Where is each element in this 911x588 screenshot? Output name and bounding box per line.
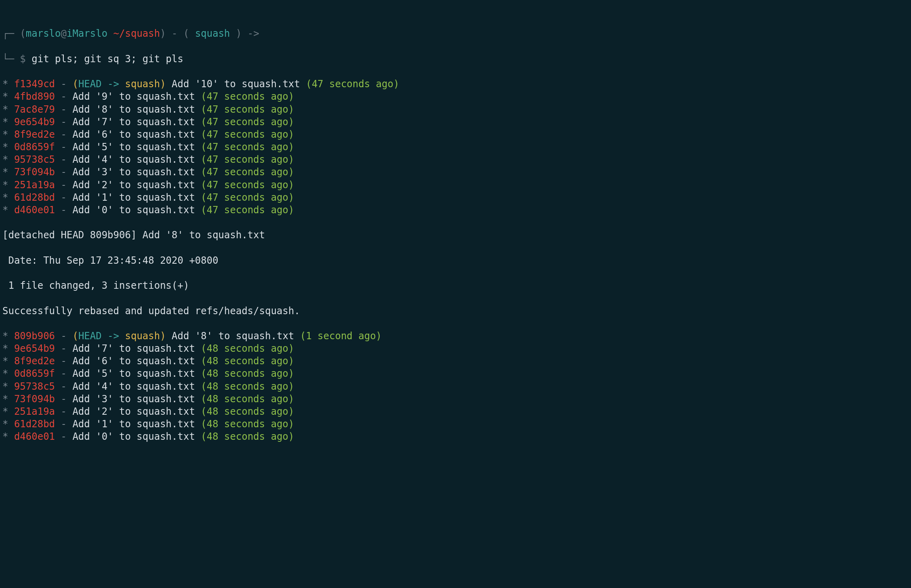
commit-row: * 251a19a - Add '2' to squash.txt (48 se… [2,405,909,418]
graph-node-icon: * [2,368,8,379]
commit-age: (47 seconds ago) [201,116,294,128]
commit-row: * 0d8659f - Add '5' to squash.txt (48 se… [2,368,909,380]
commit-row: * d460e01 - Add '0' to squash.txt (47 se… [2,204,909,216]
prompt-branch: squash [195,28,230,39]
graph-node-icon: * [2,418,8,430]
graph-node-icon: * [2,116,8,128]
commit-row: * 0d8659f - Add '5' to squash.txt (47 se… [2,141,909,153]
commit-message: Add '4' to squash.txt [72,154,195,165]
commit-hash: 95738c5 [14,381,55,392]
commit-message: Add '3' to squash.txt [72,166,195,178]
commit-hash: 8f9ed2e [14,355,55,367]
commit-row: * 9e654b9 - Add '7' to squash.txt (48 se… [2,342,909,355]
commit-age: (48 seconds ago) [201,418,294,430]
commit-age: (47 seconds ago) [201,129,294,140]
commit-hash: 95738c5 [14,154,55,165]
prompt-arrow-icon: -> [248,28,259,39]
commit-row: * 8f9ed2e - Add '6' to squash.txt (47 se… [2,128,909,141]
commit-hash: 9e654b9 [14,116,55,128]
commit-hash: 73f094b [14,166,55,178]
commit-message: Add '9' to squash.txt [72,91,195,102]
commit-message: Add '7' to squash.txt [72,343,195,354]
commit-age: (48 seconds ago) [201,393,294,405]
commit-hash: 9e654b9 [14,343,55,354]
graph-node-icon: * [2,431,8,442]
graph-node-icon: * [2,204,8,216]
commit-age: (47 seconds ago) [201,204,294,216]
commit-age: (48 seconds ago) [201,343,294,354]
graph-node-icon: * [2,141,8,153]
commit-row: * f1349cd - (HEAD -> squash) Add '10' to… [2,78,909,90]
graph-node-icon: * [2,129,8,140]
prompt-corner-icon: ┌─ [2,28,14,39]
commit-age: (47 seconds ago) [201,166,294,178]
commit-row: * 95738c5 - Add '4' to squash.txt (47 se… [2,153,909,166]
commit-hash: 4fbd890 [14,91,55,102]
commit-message: Add '0' to squash.txt [72,431,195,442]
detached-head-line: [detached HEAD 809b906] Add '8' to squas… [2,229,909,242]
commit-hash: 0d8659f [14,141,55,153]
graph-node-icon: * [2,78,8,90]
commit-hash: 8f9ed2e [14,129,55,140]
graph-node-icon: * [2,104,8,115]
commit-message: Add '0' to squash.txt [72,204,195,216]
commit-row: * 95738c5 - Add '4' to squash.txt (48 se… [2,380,909,393]
commit-age: (48 seconds ago) [201,406,294,417]
ref-decoration: ( [72,78,78,90]
commit-hash: 0d8659f [14,368,55,379]
commit-age: (48 seconds ago) [201,368,294,379]
graph-node-icon: * [2,406,8,417]
prompt-cwd: ~/squash [113,28,160,39]
head-arrow-icon: -> [107,78,119,90]
commit-message: Add '7' to squash.txt [72,116,195,128]
commit-message: Add '6' to squash.txt [72,355,195,367]
prompt-corner2-icon: └─ [2,53,14,65]
commit-row: * 251a19a - Add '2' to squash.txt (47 se… [2,179,909,191]
commit-age: (47 seconds ago) [201,104,294,115]
commit-age: (47 seconds ago) [201,192,294,203]
commit-row: * 8f9ed2e - Add '6' to squash.txt (48 se… [2,355,909,368]
command-input[interactable]: git pls; git sq 3; git pls [31,53,183,65]
commit-row: * 9e654b9 - Add '7' to squash.txt (47 se… [2,116,909,128]
commit-row: * 61d28bd - Add '1' to squash.txt (48 se… [2,418,909,430]
graph-node-icon: * [2,91,8,102]
commit-row: * 809b906 - (HEAD -> squash) Add '8' to … [2,330,909,342]
commit-date-line: Date: Thu Sep 17 23:45:48 2020 +0800 [2,254,909,267]
commit-message: Add '5' to squash.txt [72,141,195,153]
terminal[interactable]: ┌─ (marslo@iMarslo ~/squash) - ( squash … [0,0,911,460]
graph-node-icon: * [2,393,8,405]
rebase-success-line: Successfully rebased and updated refs/he… [2,305,909,317]
commit-age: (47 seconds ago) [306,78,399,90]
prompt-line-2: └─ $ git pls; git sq 3; git pls [2,53,909,65]
commit-message: Add '4' to squash.txt [72,381,195,392]
commit-hash: 251a19a [14,179,55,191]
commit-hash: d460e01 [14,204,55,216]
commit-hash: 73f094b [14,393,55,405]
graph-node-icon: * [2,343,8,354]
commit-age: (48 seconds ago) [201,355,294,367]
head-arrow-icon: -> [107,330,119,342]
branch-name: squash [125,78,160,90]
graph-node-icon: * [2,192,8,203]
graph-node-icon: * [2,330,8,342]
commit-hash: f1349cd [14,78,55,90]
commit-hash: 61d28bd [14,192,55,203]
commit-row: * d460e01 - Add '0' to squash.txt (48 se… [2,430,909,443]
ref-decoration: ( [72,330,78,342]
commit-message: Add '2' to squash.txt [72,406,195,417]
diffstat-line: 1 file changed, 3 insertions(+) [2,279,909,292]
commit-message: Add '3' to squash.txt [72,393,195,405]
commit-row: * 73f094b - Add '3' to squash.txt (47 se… [2,166,909,178]
graph-node-icon: * [2,179,8,191]
graph-node-icon: * [2,154,8,165]
head-label: HEAD [78,78,102,90]
head-label: HEAD [78,330,102,342]
commit-message: Add '1' to squash.txt [72,418,195,430]
commit-message: Add '5' to squash.txt [72,368,195,379]
commit-row: * 7ac8e79 - Add '8' to squash.txt (47 se… [2,103,909,116]
commit-message: Add '2' to squash.txt [72,179,195,191]
graph-node-icon: * [2,381,8,392]
commit-hash: 7ac8e79 [14,104,55,115]
graph-node-icon: * [2,355,8,367]
commit-age: (47 seconds ago) [201,91,294,102]
